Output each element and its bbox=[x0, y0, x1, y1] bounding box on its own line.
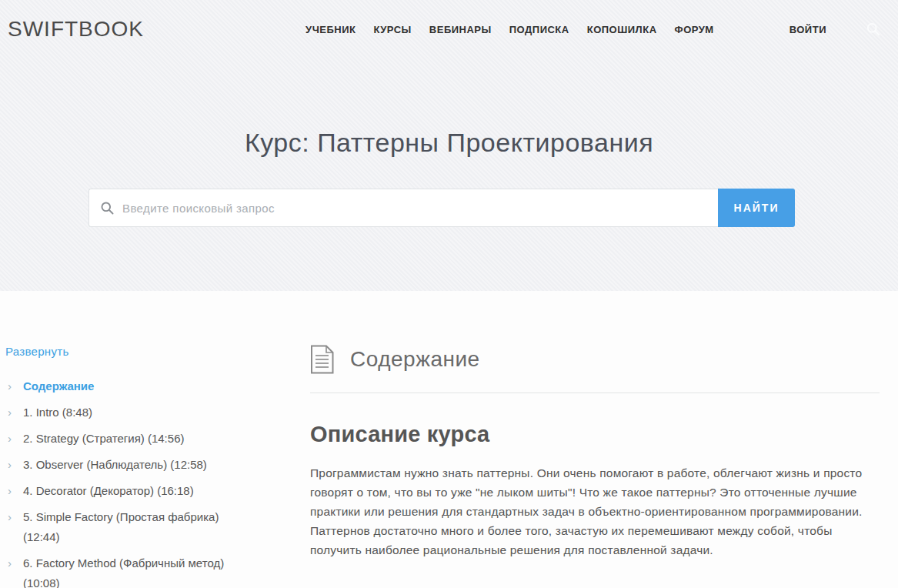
chevron-right-icon: › bbox=[5, 455, 23, 475]
chevron-right-icon: › bbox=[5, 429, 23, 449]
nav-item-vebinary[interactable]: ВЕБИНАРЫ bbox=[429, 24, 492, 35]
course-sidebar: Развернуть › Содержание › 1. Intro (8:48… bbox=[0, 291, 310, 588]
toc-item-soderzhanie[interactable]: › Содержание bbox=[5, 376, 287, 396]
course-toc: › Содержание › 1. Intro (8:48) › 2. Stra… bbox=[5, 376, 287, 588]
search-input[interactable] bbox=[115, 189, 718, 226]
toc-item-label[interactable]: 3. Observer (Наблюдатель) (12:58) bbox=[23, 455, 238, 475]
toc-item-label[interactable]: Содержание bbox=[23, 376, 125, 396]
nav-item-podpiska[interactable]: ПОДПИСКА bbox=[509, 24, 569, 35]
description-title: Описание курса bbox=[310, 422, 880, 447]
nav-item-koposhilka[interactable]: КОПОШИЛКА bbox=[587, 24, 657, 35]
section-divider bbox=[310, 393, 880, 393]
toc-item-simple-factory[interactable]: › 5. Simple Factory (Простая фабрика) (1… bbox=[5, 507, 287, 547]
chevron-right-icon: › bbox=[5, 376, 23, 396]
search-input-icon bbox=[100, 201, 115, 215]
section-head: Содержание bbox=[310, 345, 880, 374]
toc-item-label[interactable]: 4. Decorator (Декоратор) (16:18) bbox=[23, 481, 225, 501]
toc-item-intro[interactable]: › 1. Intro (8:48) bbox=[5, 403, 287, 423]
toc-item-label[interactable]: 6. Factory Method (Фабричный метод) (10:… bbox=[23, 553, 287, 588]
toc-item-label[interactable]: 2. Strategy (Стратегия) (14:56) bbox=[23, 429, 215, 449]
toc-item-strategy[interactable]: › 2. Strategy (Стратегия) (14:56) bbox=[5, 429, 287, 449]
expand-all-link[interactable]: Развернуть bbox=[5, 345, 69, 358]
login-button[interactable]: ВОЙТИ bbox=[790, 24, 826, 35]
chevron-right-icon: › bbox=[5, 403, 23, 423]
toc-item-label[interactable]: 5. Simple Factory (Простая фабрика) (12:… bbox=[23, 507, 287, 547]
toc-item-factory-method[interactable]: › 6. Factory Method (Фабричный метод) (1… bbox=[5, 553, 287, 588]
search-field-wrap bbox=[88, 189, 718, 227]
section-title: Содержание bbox=[350, 347, 480, 372]
search-submit-button[interactable]: НАЙТИ bbox=[718, 189, 795, 227]
chevron-right-icon: › bbox=[5, 553, 23, 588]
lesson-main: Содержание Описание курса Программистам … bbox=[310, 291, 898, 588]
nav-item-forum[interactable]: ФОРУМ bbox=[675, 24, 714, 35]
site-logo[interactable]: SWIFTBOOK bbox=[8, 17, 144, 42]
site-header: SWIFTBOOK УЧЕБНИК КУРСЫ ВЕБИНАРЫ ПОДПИСК… bbox=[0, 0, 898, 58]
description-text: Программистам нужно знать паттерны. Они … bbox=[310, 463, 866, 560]
search-icon[interactable] bbox=[866, 22, 881, 37]
content-area: Развернуть › Содержание › 1. Intro (8:48… bbox=[0, 291, 898, 588]
chevron-right-icon: › bbox=[5, 507, 23, 547]
toc-item-decorator[interactable]: › 4. Decorator (Декоратор) (16:18) bbox=[5, 481, 287, 501]
course-search-bar: НАЙТИ bbox=[88, 189, 795, 227]
toc-item-observer[interactable]: › 3. Observer (Наблюдатель) (12:58) bbox=[5, 455, 287, 475]
nav-item-uchebnik[interactable]: УЧЕБНИК bbox=[305, 24, 356, 35]
page-title: Курс: Паттерны Проектирования bbox=[0, 58, 898, 158]
document-icon bbox=[310, 345, 334, 374]
toc-item-label[interactable]: 1. Intro (8:48) bbox=[23, 403, 123, 423]
top-area: SWIFTBOOK УЧЕБНИК КУРСЫ ВЕБИНАРЫ ПОДПИСК… bbox=[0, 0, 898, 291]
nav-item-kursy[interactable]: КУРСЫ bbox=[374, 24, 412, 35]
chevron-right-icon: › bbox=[5, 481, 23, 501]
hero-section: Курс: Паттерны Проектирования НАЙТИ bbox=[0, 58, 898, 227]
main-nav: УЧЕБНИК КУРСЫ ВЕБИНАРЫ ПОДПИСКА КОПОШИЛК… bbox=[305, 22, 881, 37]
